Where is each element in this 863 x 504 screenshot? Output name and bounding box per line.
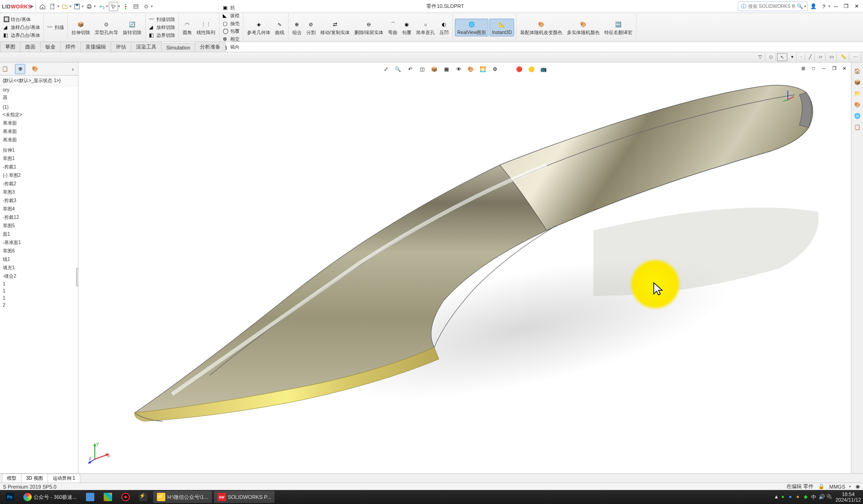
face-filter-icon[interactable]: ▱	[816, 53, 826, 61]
user-icon[interactable]: 👤	[809, 2, 818, 11]
tree-item[interactable]: 草图1	[0, 154, 78, 163]
tree-item[interactable]: 草图4	[0, 205, 78, 213]
tree-item[interactable]: 基准面	[0, 119, 78, 127]
search-input[interactable]	[748, 4, 795, 9]
linear-pattern-button[interactable]: ⋮⋮线性阵列	[195, 19, 217, 36]
rebuild-icon[interactable]	[121, 2, 130, 11]
display-icon[interactable]: 📺	[539, 64, 548, 74]
hole-simple-button[interactable]: ○简单直孔	[414, 19, 437, 36]
move-copy-button[interactable]: ⇄移动/复制实体	[318, 19, 352, 36]
taskbar-app2[interactable]	[100, 491, 116, 503]
apply-scene-icon[interactable]: 🌅	[478, 64, 488, 74]
section-icon[interactable]: ◫	[417, 64, 427, 74]
fillet-button[interactable]: ◠圆角	[181, 19, 194, 36]
panel-resources-icon[interactable]: 📦	[853, 77, 862, 87]
bottom-tab-motion[interactable]: 运动算例 1	[48, 474, 80, 483]
ref-geom-button[interactable]: ◈参考几何体	[245, 19, 272, 36]
combine-button[interactable]: ⊕组合	[290, 19, 304, 36]
taskbar-browser[interactable]: 公众号 - 360极速...	[20, 491, 80, 503]
draft-button[interactable]: ◣拔模	[221, 12, 241, 20]
tree-item[interactable]: 草图3	[0, 188, 78, 196]
dome-button[interactable]: ◐压凹	[438, 19, 451, 36]
tree-item[interactable]: 基准面	[0, 127, 78, 136]
taskbar-date[interactable]: 2024/11/12	[835, 497, 861, 503]
search-icon[interactable]: 🔍	[797, 3, 803, 9]
vp-max-icon[interactable]: □	[809, 63, 818, 73]
rib-button[interactable]: ▣筋	[221, 4, 241, 12]
tab-render[interactable]: 渲染工具	[131, 42, 162, 52]
prev-view-icon[interactable]: ↶	[405, 64, 415, 74]
delete-keep-button[interactable]: ⊖删除/保留实体	[353, 19, 386, 36]
assembly-random-color-button[interactable]: 🎨装配体随机改变颜色	[518, 19, 564, 36]
minimize-icon[interactable]: ─	[831, 2, 841, 11]
vp-split-icon[interactable]: ⊞	[799, 63, 808, 73]
appearance-icon[interactable]: 🔴	[515, 64, 524, 74]
viewport[interactable]: ⤢ 🔍 ↶ ◫ 📦 ▦ 👁 🎨 🌅 ⚙ 🔴 🟡 📺	[78, 63, 851, 473]
decal-icon[interactable]: 🟡	[527, 64, 536, 74]
tree-item[interactable]: (-) 草图2	[0, 171, 78, 180]
zoom-area-icon[interactable]: 🔍	[393, 64, 403, 74]
tab-analysis[interactable]: 分析准备	[195, 42, 226, 52]
tray-icon[interactable]: 中	[811, 494, 818, 500]
tree-item[interactable]: ory	[0, 86, 78, 93]
home-icon[interactable]	[38, 2, 47, 11]
view-settings-icon[interactable]: ⚙	[490, 64, 500, 74]
shell-button[interactable]: ▢抽壳	[221, 20, 241, 28]
wrap-button[interactable]: ◯包覆	[221, 28, 241, 35]
panel-decals-icon[interactable]: 🌐	[853, 111, 862, 120]
box-filter-icon[interactable]: ▭	[827, 53, 837, 61]
tree-item[interactable]: -缝合2	[0, 272, 78, 280]
loft-cut-button[interactable]: ◢放样切除	[148, 24, 177, 31]
edit-appearance-icon[interactable]: 🎨	[466, 64, 475, 74]
realview-button[interactable]: 🌐RealView图形	[455, 19, 488, 36]
tree-tab-feature[interactable]: 📋	[0, 64, 10, 74]
bend-button[interactable]: ⌒弯曲	[386, 19, 399, 36]
instant3d-button[interactable]: 📐Instant3D	[489, 19, 514, 36]
filter-icon[interactable]: ▽	[756, 53, 765, 61]
boundary-boss-button[interactable]: ◧边界凸台/基体	[2, 32, 42, 39]
open-icon[interactable]	[60, 2, 70, 11]
tray-network-icon[interactable]: 🔌	[826, 494, 833, 500]
indent-button[interactable]: ◉包覆	[400, 19, 413, 36]
tray-icon[interactable]: ▲	[774, 494, 780, 500]
tree-item[interactable]: (1)	[0, 104, 78, 111]
select-filter-icon[interactable]: ◇	[766, 53, 776, 61]
sweep-button[interactable]: 〰扫描	[46, 24, 65, 31]
tab-sheetmetal[interactable]: 钣金	[40, 42, 61, 52]
tray-icon[interactable]: ◆	[804, 494, 810, 500]
tree-item[interactable]: 基准面	[0, 136, 78, 144]
taskbar-explorer[interactable]: 📁H:\微信公众号\1...	[153, 491, 212, 503]
tree-item[interactable]: 面1	[0, 230, 78, 238]
filter-dropdown-icon[interactable]: ▾	[788, 53, 797, 61]
tree-item[interactable]: 拉伸1	[0, 146, 78, 154]
more-filters-icon[interactable]: ⋯	[850, 53, 861, 61]
vp-restore-icon[interactable]: ❐	[829, 63, 839, 73]
triad-icon[interactable]: y x z	[88, 441, 111, 464]
feature-macro-button[interactable]: 🔤特征名翻译宏	[602, 19, 634, 36]
status-lock-icon[interactable]: 🔒	[818, 483, 825, 490]
tree-item[interactable]: 线1	[0, 255, 78, 264]
revolve-cut-button[interactable]: 🔄旋转切除	[121, 19, 143, 36]
tab-sketch[interactable]: 草图	[0, 42, 21, 52]
measure-icon[interactable]: 📏	[838, 53, 849, 61]
taskbar-time[interactable]: 18:54	[835, 491, 861, 497]
tab-surface[interactable]: 曲面	[20, 42, 41, 52]
boss-base-button[interactable]: 🔲转台/基体	[2, 16, 42, 23]
tree-item[interactable]: 器	[0, 93, 78, 102]
tab-simulation[interactable]: Simulation	[161, 43, 195, 52]
tree-item[interactable]: <未指定>	[0, 111, 78, 119]
select-arrow-icon[interactable]: ↖	[777, 53, 787, 61]
bottom-tab-model[interactable]: 模型	[2, 474, 21, 483]
tree-item[interactable]: 草图6	[0, 247, 78, 255]
zoom-fit-icon[interactable]: ⤢	[381, 64, 390, 74]
panel-home-icon[interactable]: 🏠	[853, 66, 862, 76]
sweep-cut-button[interactable]: 〰扫描切除	[148, 16, 177, 23]
panel-custom-icon[interactable]: 📋	[853, 122, 862, 132]
tab-weldment[interactable]: 焊件	[60, 42, 81, 52]
view-orient-icon[interactable]: 📦	[430, 64, 439, 74]
tree-item[interactable]: 1	[0, 280, 78, 287]
tree-item[interactable]: -剪裁3	[0, 196, 78, 205]
tree-item[interactable]: 2	[0, 301, 78, 308]
tab-direct-edit[interactable]: 直接编辑	[80, 42, 111, 52]
system-tray[interactable]: ▲ ● ● ● ◆ 中 🔊 🔌	[774, 494, 833, 500]
